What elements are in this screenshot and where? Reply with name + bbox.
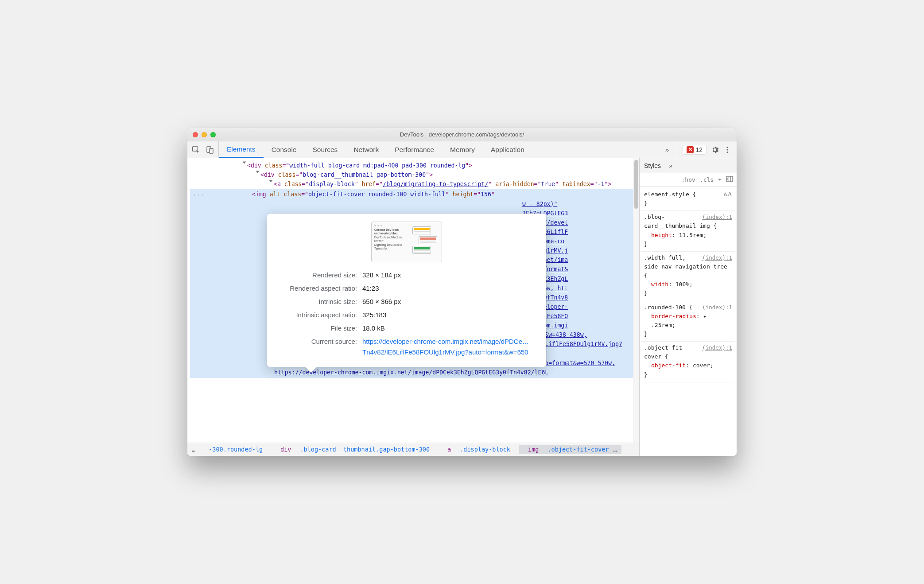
error-icon: ✕ [687, 146, 694, 153]
tooltip-value[interactable]: https://developer-chrome-com.imgix.net/i… [362, 336, 537, 358]
font-size-icon[interactable]: ᴀA [723, 189, 732, 199]
css-value[interactable]: 11.5rem; [679, 232, 707, 238]
devtools-window: DevTools - developer.chrome.com/tags/dev… [187, 128, 737, 456]
svg-point-4 [726, 149, 728, 150]
rule-selector: .rounded-100 [644, 304, 686, 311]
sidebar-more-tabs[interactable]: » [669, 162, 672, 169]
tab-memory[interactable]: Memory [442, 141, 483, 158]
svg-point-5 [726, 151, 728, 152]
css-property[interactable]: width [651, 281, 668, 288]
image-hover-tooltip: Chrome DevTools engineering blog DevTool… [267, 214, 546, 367]
devtools-toolbar: ElementsConsoleSourcesNetworkPerformance… [187, 141, 737, 158]
error-badge[interactable]: ✕ 12 [683, 145, 707, 155]
tab-sources[interactable]: Sources [305, 141, 346, 158]
new-rule-button[interactable]: + [718, 176, 722, 183]
tooltip-label: File size: [276, 323, 362, 334]
tooltip-label: Rendered aspect ratio: [276, 283, 362, 294]
styles-rules[interactable]: element.style {ᴀA}(index):1.blog-card__t… [640, 187, 737, 456]
tooltip-row: File size:18.0 kB [276, 322, 537, 335]
css-rule[interactable]: (index):1.blog-card__thumbnail img {heig… [641, 211, 735, 252]
tooltip-value: 41:23 [362, 283, 537, 294]
css-rule[interactable]: (index):1.object-fit-cover {object-fit: … [641, 342, 735, 382]
rule-origin[interactable]: (index):1 [702, 343, 732, 352]
elements-panel[interactable]: <div class="width-full blog-card md:pad-… [187, 158, 639, 456]
sidebar-tabs: Styles » [640, 158, 737, 173]
titlebar: DevTools - developer.chrome.com/tags/dev… [187, 128, 737, 141]
svg-rect-0 [193, 147, 198, 151]
selection-marker: ··· [193, 191, 204, 200]
tab-styles[interactable]: Styles [644, 162, 661, 169]
kebab-menu-icon[interactable] [723, 146, 731, 154]
traffic-lights [193, 132, 216, 137]
tooltip-row: Intrinsic aspect ratio:325:183 [276, 308, 537, 322]
css-value[interactable]: 100%; [676, 281, 693, 288]
tooltip-value: 325:183 [362, 310, 537, 320]
css-property[interactable]: border-radius [651, 313, 696, 319]
styles-sidebar: Styles » :hov .cls + element.style {ᴀA}(… [639, 158, 737, 456]
srcset-fragment: w - 82px)" [522, 199, 639, 209]
rule-selector: element.style [644, 191, 689, 198]
tab-console[interactable]: Console [264, 141, 305, 158]
dom-row[interactable]: <div class="width-full blog-card md:pad-… [190, 161, 639, 170]
css-property[interactable]: object-fit [651, 362, 686, 369]
error-count: 12 [695, 146, 703, 153]
tooltip-row: Current source:https://developer-chrome-… [276, 335, 537, 359]
rule-origin[interactable]: (index):1 [702, 253, 732, 262]
main-split: <div class="width-full blog-card md:pad-… [187, 158, 737, 456]
tab-network[interactable]: Network [346, 141, 387, 158]
tab-performance[interactable]: Performance [387, 141, 442, 158]
tooltip-value: 328 × 184 px [362, 270, 537, 280]
rule-selector: .blog-card__thumbnail img [644, 214, 710, 229]
sidebar-collapse-icon[interactable] [726, 176, 733, 183]
tooltip-row: Rendered aspect ratio:41:23 [276, 282, 537, 295]
tooltip-row: Intrinsic size:650 × 366 px [276, 295, 537, 308]
tooltip-label: Intrinsic size: [276, 296, 362, 307]
breadcrumb-more[interactable]: … [187, 445, 200, 455]
css-rule[interactable]: (index):1.width-full,side-nav navigation… [641, 252, 735, 301]
css-rule[interactable]: (index):1.rounded-100 {border-radius: ▸ … [641, 301, 735, 342]
svg-point-3 [726, 146, 728, 148]
breadcrumb-item[interactable]: -300.rounded-lg [200, 445, 272, 455]
close-window-button[interactable] [193, 132, 198, 137]
minimize-window-button[interactable] [202, 132, 207, 137]
dom-row[interactable]: <div class="blog-card__thumbnail gap-bot… [190, 170, 639, 179]
tooltip-label: Intrinsic aspect ratio: [276, 310, 362, 320]
tab-application[interactable]: Application [483, 141, 532, 158]
device-toggle-icon[interactable] [206, 146, 214, 154]
gear-icon[interactable] [711, 146, 719, 154]
svg-rect-2 [210, 148, 213, 153]
dom-row[interactable]: <a class="display-block" href="/blog/mig… [190, 179, 639, 189]
inspect-element-icon[interactable] [192, 146, 200, 154]
tooltip-row: Rendered size:328 × 184 px [276, 269, 537, 282]
breadcrumb-item[interactable]: img.object-fit-cover… [519, 445, 621, 455]
hov-toggle[interactable]: :hov [682, 176, 695, 183]
tooltip-label: Rendered size: [276, 270, 362, 280]
cls-toggle[interactable]: .cls [700, 176, 714, 183]
breadcrumb-item[interactable]: div.blog-card__thumbnail.gap-bottom-300 [272, 445, 439, 455]
elements-scrollbar[interactable] [633, 158, 639, 456]
css-property[interactable]: height [651, 232, 672, 238]
tab-elements[interactable]: Elements [219, 141, 264, 158]
tooltip-value: 18.0 kB [362, 323, 537, 334]
breadcrumb[interactable]: … -300.rounded-lgdiv.blog-card__thumbnai… [187, 443, 639, 456]
css-rule[interactable]: element.style {ᴀA} [641, 188, 735, 211]
breadcrumb-item[interactable]: a.display-block [439, 445, 519, 455]
tooltip-label: Current source: [276, 336, 362, 358]
css-value[interactable]: cover; [693, 362, 714, 369]
tooltip-value: 650 × 366 px [362, 296, 537, 307]
panel-tabs: ElementsConsoleSourcesNetworkPerformance… [219, 141, 657, 158]
more-tabs[interactable]: » [657, 141, 677, 158]
styles-toolbar: :hov .cls + [640, 173, 737, 187]
window-title: DevTools - developer.chrome.com/tags/dev… [187, 131, 737, 138]
rule-origin[interactable]: (index):1 [702, 213, 732, 221]
rule-origin[interactable]: (index):1 [702, 303, 732, 311]
tooltip-thumbnail: Chrome DevTools engineering blog DevTool… [371, 222, 442, 262]
zoom-window-button[interactable] [210, 132, 216, 137]
